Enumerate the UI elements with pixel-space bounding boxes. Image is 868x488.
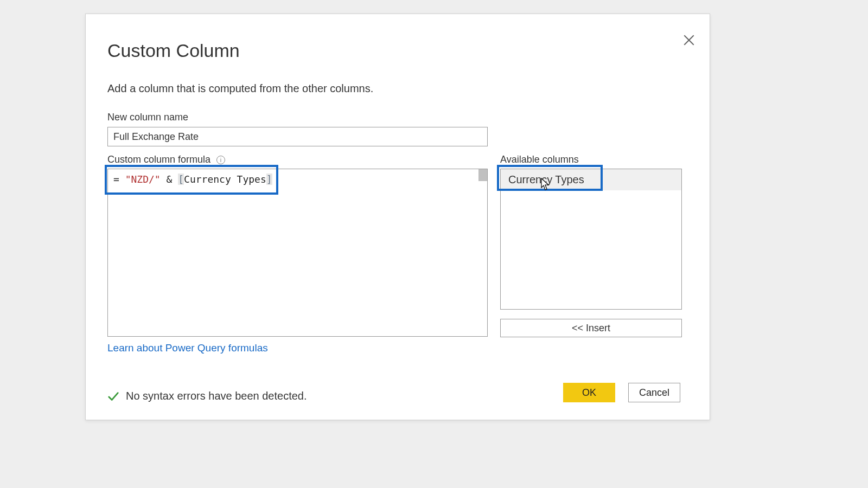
new-column-name-label: New column name bbox=[107, 112, 188, 123]
formula-token-colref: Currency Types bbox=[184, 174, 266, 185]
dialog-title: Custom Column bbox=[107, 40, 240, 61]
formula-token-string: "NZD/" bbox=[125, 174, 161, 185]
status-row: No syntax errors have been detected. bbox=[107, 390, 307, 402]
cancel-button[interactable]: Cancel bbox=[628, 383, 680, 402]
formula-token-concat: & bbox=[161, 174, 178, 185]
dialog-subtitle: Add a column that is computed from the o… bbox=[107, 82, 373, 95]
formula-editor[interactable]: = "NZD/" & [Currency Types] bbox=[107, 169, 488, 337]
available-column-item[interactable]: Currency Types bbox=[501, 169, 681, 190]
available-columns-list[interactable]: Currency Types bbox=[500, 169, 682, 310]
formula-content: = "NZD/" & [Currency Types] bbox=[113, 174, 482, 185]
formula-label-text: Custom column formula bbox=[107, 154, 210, 165]
formula-token-lbracket: [ bbox=[178, 174, 184, 185]
status-text: No syntax errors have been detected. bbox=[126, 390, 307, 402]
close-icon[interactable] bbox=[684, 35, 694, 46]
new-column-name-input[interactable] bbox=[107, 127, 488, 146]
check-icon bbox=[107, 390, 119, 402]
formula-label: Custom column formula i bbox=[107, 154, 225, 165]
learn-link[interactable]: Learn about Power Query formulas bbox=[107, 342, 268, 354]
available-columns-label: Available columns bbox=[500, 154, 579, 165]
custom-column-dialog: Custom Column Add a column that is compu… bbox=[85, 14, 710, 420]
formula-token-equals: = bbox=[113, 174, 125, 185]
ok-button[interactable]: OK bbox=[563, 383, 615, 402]
formula-token-rbracket: ] bbox=[266, 174, 272, 185]
insert-button[interactable]: << Insert bbox=[500, 319, 682, 337]
info-icon[interactable]: i bbox=[216, 156, 225, 164]
